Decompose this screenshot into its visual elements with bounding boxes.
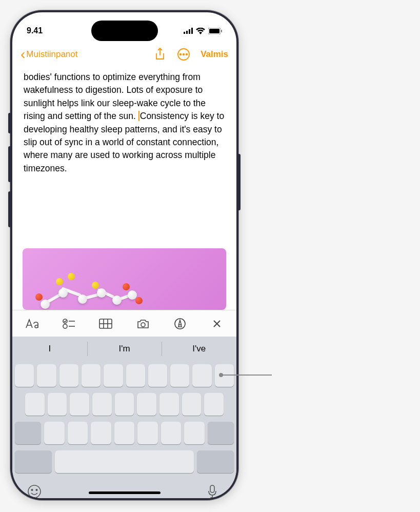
keyboard-key[interactable] [192, 364, 211, 387]
svg-rect-5 [209, 29, 219, 33]
dictation-button[interactable] [207, 484, 222, 498]
return-key[interactable] [197, 450, 234, 473]
keyboard-key[interactable] [159, 393, 179, 416]
numbers-key[interactable] [15, 450, 52, 473]
share-button[interactable] [153, 48, 167, 61]
more-button[interactable] [177, 48, 190, 61]
svg-rect-24 [210, 485, 214, 493]
cellular-signal-icon [184, 28, 193, 34]
keyboard-key[interactable] [114, 422, 134, 444]
checklist-button[interactable] [62, 317, 76, 331]
keyboard-key[interactable] [161, 422, 181, 444]
back-button[interactable]: ‹ Muistiinpanot [21, 47, 78, 62]
svg-point-22 [31, 489, 33, 491]
svg-point-21 [28, 485, 41, 498]
callout-line [221, 375, 272, 376]
keyboard-key[interactable] [59, 364, 78, 387]
keyboard-key[interactable] [37, 364, 56, 387]
backspace-key[interactable] [208, 422, 234, 444]
text-cursor [138, 111, 139, 121]
battery-icon [208, 28, 222, 34]
status-time: 9.41 [27, 26, 43, 35]
suggestion-2[interactable]: I'm [87, 337, 162, 361]
inline-image[interactable] [23, 248, 226, 310]
keyboard-key[interactable] [68, 422, 88, 444]
svg-rect-6 [221, 30, 222, 32]
svg-rect-3 [191, 28, 193, 34]
done-button[interactable]: Valmis [201, 49, 228, 60]
keyboard-key[interactable] [215, 364, 234, 387]
svg-point-19 [141, 323, 145, 327]
keyboard-key[interactable] [184, 422, 204, 444]
note-body[interactable]: bodies' functions to optimize everything… [12, 67, 236, 242]
keyboard-key[interactable] [70, 393, 89, 416]
dynamic-island [91, 21, 158, 41]
space-key[interactable] [55, 450, 194, 473]
format-toolbar [12, 310, 236, 337]
keyboard-key[interactable] [170, 364, 189, 387]
keyboard-key[interactable] [115, 393, 134, 416]
svg-rect-1 [186, 31, 188, 34]
molecule-illustration [33, 269, 135, 310]
svg-point-23 [36, 489, 37, 491]
chevron-left-icon: ‹ [21, 47, 25, 62]
keyboard-key[interactable] [91, 422, 111, 444]
keyboard-key[interactable] [126, 364, 145, 387]
keyboard-key[interactable] [148, 364, 167, 387]
text-format-button[interactable] [25, 317, 39, 331]
svg-rect-2 [189, 29, 190, 34]
keyboard-key[interactable] [92, 393, 112, 416]
keyboard-key[interactable] [44, 422, 64, 444]
keyboard-key[interactable] [137, 393, 156, 416]
keyboard-key[interactable] [25, 393, 45, 416]
back-label: Muistiinpanot [26, 49, 77, 60]
svg-point-13 [63, 324, 67, 328]
keyboard-key[interactable] [82, 364, 101, 387]
keyboard-key[interactable] [137, 422, 157, 444]
home-indicator[interactable] [89, 491, 161, 494]
svg-point-9 [183, 54, 185, 55]
keyboard-key[interactable] [204, 393, 224, 416]
keyboard-key[interactable] [104, 364, 123, 387]
emoji-button[interactable] [27, 484, 42, 498]
keyboard-key[interactable] [182, 393, 202, 416]
keyboard-key[interactable] [15, 364, 34, 387]
keyboard[interactable] [12, 361, 236, 498]
iphone-screen: 9.41 ‹ Muistiinpanot [12, 12, 236, 498]
suggestion-3[interactable]: I've [162, 337, 236, 361]
suggestion-1[interactable]: I [12, 337, 87, 361]
svg-rect-0 [184, 32, 185, 34]
table-button[interactable] [98, 317, 113, 331]
nav-bar: ‹ Muistiinpanot Valmis [12, 42, 236, 67]
wifi-icon [196, 28, 205, 34]
svg-point-8 [180, 54, 182, 55]
camera-button[interactable] [136, 317, 150, 331]
iphone-frame: 9.41 ‹ Muistiinpanot [10, 10, 238, 500]
shift-key[interactable] [15, 422, 41, 444]
svg-point-10 [186, 54, 188, 55]
close-toolbar-button[interactable] [210, 317, 224, 331]
markup-button[interactable] [173, 317, 187, 331]
keyboard-suggestions: I I'm I've [12, 337, 236, 361]
keyboard-key[interactable] [48, 393, 67, 416]
